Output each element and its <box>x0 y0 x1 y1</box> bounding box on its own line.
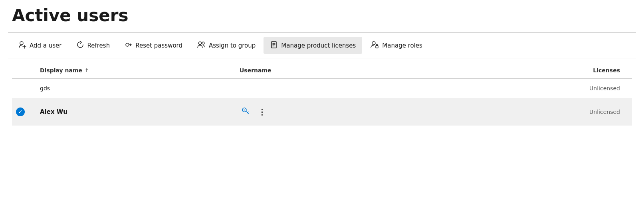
svg-point-5 <box>202 42 204 44</box>
username-header-label: Username <box>240 67 271 74</box>
licenses-column-header: Licenses <box>548 67 628 74</box>
table-row[interactable]: ✓ Alex Wu ⋮ Unlicensed <box>12 98 632 125</box>
page-container: Active users Add a user Refresh <box>0 0 644 213</box>
row-licenses-alex-wu: Unlicensed <box>548 109 628 115</box>
sort-asc-icon: ↑ <box>85 68 89 73</box>
username-column-header[interactable]: Username <box>240 67 548 74</box>
manage-roles-icon <box>370 41 379 50</box>
more-actions-button[interactable]: ⋮ <box>256 106 268 118</box>
refresh-icon <box>76 41 84 50</box>
manage-licenses-label: Manage product licenses <box>281 42 356 49</box>
manage-licenses-button[interactable]: Manage product licenses <box>264 37 362 54</box>
checkbox-column-header <box>16 67 40 74</box>
checkmark-icon: ✓ <box>18 109 23 115</box>
display-name-column-header[interactable]: Display name ↑ <box>40 67 240 74</box>
toolbar: Add a user Refresh Reset password <box>8 33 636 58</box>
row-licenses-gds: Unlicensed <box>548 85 628 92</box>
table-row[interactable]: gds Unlicensed <box>12 79 632 98</box>
refresh-label: Refresh <box>87 42 110 49</box>
add-user-button[interactable]: Add a user <box>12 37 68 54</box>
selected-checkmark: ✓ <box>16 107 25 116</box>
add-user-icon <box>18 41 26 50</box>
svg-point-0 <box>20 42 23 45</box>
table-header: Display name ↑ Username Licenses <box>12 62 632 79</box>
key-action-button[interactable] <box>240 105 252 119</box>
reset-password-button[interactable]: Reset password <box>118 37 189 54</box>
display-name-header-label: Display name <box>40 67 82 74</box>
assign-group-button[interactable]: Assign to group <box>190 37 262 54</box>
manage-roles-label: Manage roles <box>382 42 422 49</box>
svg-point-13 <box>244 109 245 111</box>
assign-group-label: Assign to group <box>209 42 256 49</box>
users-table: Display name ↑ Username Licenses gds Unl… <box>8 62 636 125</box>
assign-group-icon <box>197 41 206 50</box>
add-user-label: Add a user <box>30 42 62 49</box>
more-icon: ⋮ <box>258 107 266 116</box>
row-display-name-alex-wu: Alex Wu <box>40 108 240 115</box>
manage-roles-button[interactable]: Manage roles <box>364 37 429 54</box>
refresh-button[interactable]: Refresh <box>70 37 117 54</box>
svg-point-10 <box>372 42 375 45</box>
page-title: Active users <box>8 6 636 25</box>
manage-licenses-icon <box>270 41 278 50</box>
row-username-alex-wu: ⋮ <box>240 105 548 119</box>
licenses-header-label: Licenses <box>593 67 620 74</box>
row-checkbox-alex-wu[interactable]: ✓ <box>16 107 40 116</box>
svg-rect-11 <box>376 46 378 48</box>
svg-point-4 <box>199 42 202 45</box>
row-display-name-gds: gds <box>40 85 240 92</box>
reset-password-icon <box>124 41 132 50</box>
reset-password-label: Reset password <box>135 42 182 49</box>
